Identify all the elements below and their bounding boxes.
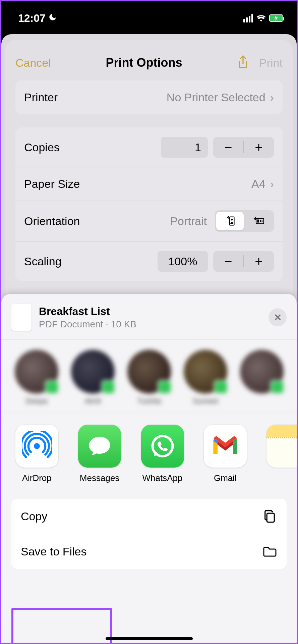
svg-rect-0	[230, 217, 234, 225]
avatar	[127, 350, 171, 393]
svg-point-1	[231, 219, 233, 221]
apps-row: AirDrop Messages WhatsApp	[1, 413, 297, 489]
copies-decrement-button[interactable]: −	[213, 137, 243, 158]
paper-size-value: A4	[251, 177, 265, 191]
app-label: WhatsApp	[142, 473, 183, 483]
orientation-segmented	[215, 210, 274, 232]
paper-size-row[interactable]: Paper Size A4 ›	[15, 167, 283, 201]
scaling-label: Scaling	[24, 255, 62, 268]
chevron-right-icon: ›	[270, 177, 274, 191]
orientation-label: Orientation	[24, 215, 80, 228]
close-icon: ✕	[274, 312, 282, 323]
page-title: Print Options	[106, 56, 182, 70]
app-label: AirDrop	[22, 473, 52, 483]
copies-stepper: − +	[213, 137, 274, 158]
contact-name: Sumeet	[193, 397, 218, 406]
svg-rect-8	[267, 513, 274, 522]
scaling-value[interactable]: 100%	[158, 251, 208, 272]
folder-icon	[262, 544, 277, 559]
annotation-highlight	[11, 608, 112, 644]
copies-row: Copies 1 − +	[15, 127, 283, 167]
app-badge-icon	[101, 380, 115, 394]
chevron-right-icon: ›	[270, 91, 274, 104]
orientation-row: Orientation Portrait	[15, 201, 283, 241]
scaling-stepper: − +	[213, 251, 274, 272]
scaling-increment-button[interactable]: +	[244, 251, 274, 272]
app-notes[interactable]	[266, 425, 297, 483]
contact-name	[261, 397, 263, 406]
copy-label: Copy	[21, 510, 47, 523]
copies-increment-button[interactable]: +	[244, 137, 274, 158]
status-bar: 12:07	[1, 1, 297, 35]
nav-bar: Cancel Print Options Print	[5, 48, 293, 80]
moon-icon	[48, 13, 57, 24]
avatar	[15, 350, 58, 393]
copy-icon	[262, 509, 277, 524]
printer-value: No Printer Selected	[167, 91, 265, 104]
contact-name: Akriti	[85, 397, 101, 406]
contact-item[interactable]: Akriti	[71, 350, 115, 406]
contacts-row: Deepa Akriti Tushita Sumeet	[1, 340, 297, 413]
app-messages[interactable]: Messages	[77, 425, 121, 483]
app-label: Messages	[80, 473, 120, 483]
avatar	[184, 350, 227, 393]
share-header: Breakfast List PDF Document · 10 KB ✕	[1, 294, 297, 340]
paper-size-label: Paper Size	[24, 177, 80, 191]
cancel-button[interactable]: Cancel	[15, 56, 51, 69]
app-whatsapp[interactable]: WhatsApp	[140, 425, 184, 483]
svg-point-5	[262, 220, 263, 221]
svg-point-6	[34, 443, 40, 449]
orientation-portrait-button[interactable]	[216, 212, 244, 230]
portrait-icon	[225, 215, 235, 227]
copies-value[interactable]: 1	[161, 137, 208, 158]
options-group: Copies 1 − + Paper Size A4 › Orientation…	[15, 127, 283, 281]
printer-row[interactable]: Printer No Printer Selected ›	[15, 80, 283, 114]
save-to-files-label: Save to Files	[21, 545, 87, 558]
contact-item[interactable]: Tushita	[127, 350, 171, 406]
app-badge-icon	[270, 380, 284, 394]
avatar	[240, 350, 284, 393]
home-indicator	[106, 637, 193, 640]
app-badge-icon	[45, 380, 59, 394]
printer-label: Printer	[24, 91, 58, 104]
whatsapp-icon	[141, 425, 184, 468]
landscape-icon	[253, 216, 264, 226]
share-icon[interactable]	[237, 55, 249, 70]
avatar	[71, 350, 115, 393]
app-label: Gmail	[214, 473, 237, 483]
copies-label: Copies	[24, 141, 60, 154]
svg-point-4	[260, 220, 261, 222]
contact-name: Tushita	[137, 397, 161, 406]
app-badge-icon	[158, 380, 172, 394]
orientation-landscape-button[interactable]	[245, 212, 273, 230]
app-label	[287, 473, 289, 483]
app-airdrop[interactable]: AirDrop	[15, 425, 59, 483]
print-button[interactable]: Print	[259, 56, 283, 69]
document-subtitle: PDF Document · 10 KB	[39, 319, 261, 330]
scaling-decrement-button[interactable]: −	[213, 251, 243, 272]
cellular-icon	[243, 14, 253, 22]
document-thumbnail	[11, 304, 32, 331]
gmail-icon	[204, 425, 247, 468]
svg-rect-3	[257, 219, 259, 222]
orientation-value: Portrait	[170, 215, 207, 228]
status-time: 12:07	[18, 12, 46, 24]
printer-group: Printer No Printer Selected ›	[15, 80, 283, 114]
app-gmail[interactable]: Gmail	[203, 425, 247, 483]
contact-item[interactable]: Sumeet	[184, 350, 227, 406]
contact-item[interactable]: Deepa	[15, 350, 58, 406]
close-button[interactable]: ✕	[269, 308, 287, 326]
battery-icon	[269, 14, 283, 22]
document-title: Breakfast List	[39, 305, 261, 318]
wifi-icon	[256, 12, 266, 24]
copy-action[interactable]: Copy	[11, 499, 287, 534]
contact-name: Deepa	[26, 397, 48, 406]
contact-item[interactable]	[240, 350, 284, 406]
actions-group: Copy Save to Files	[11, 499, 287, 569]
messages-icon	[78, 425, 121, 468]
save-to-files-action[interactable]: Save to Files	[11, 534, 287, 569]
share-sheet: Breakfast List PDF Document · 10 KB ✕ De…	[1, 294, 297, 643]
airdrop-icon	[15, 425, 58, 468]
app-badge-icon	[214, 380, 228, 394]
notes-icon	[266, 425, 297, 468]
